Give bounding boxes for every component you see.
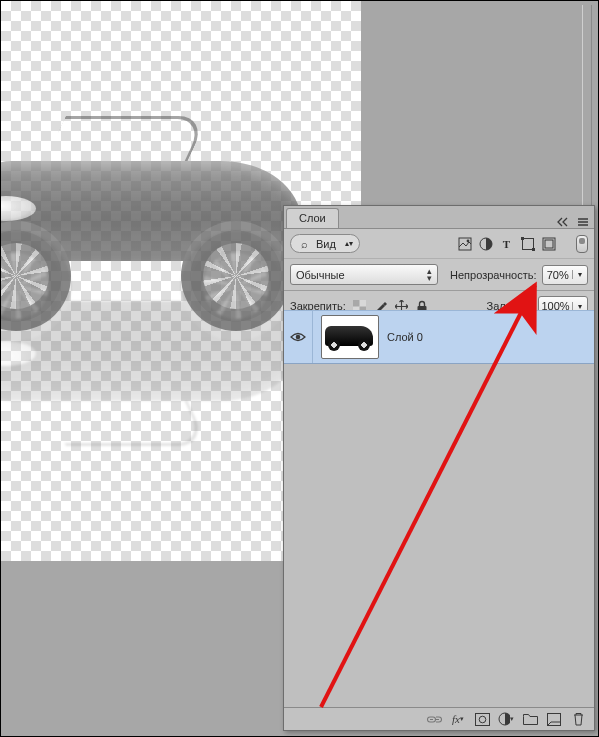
chevron-down-icon[interactable]: ▾: [572, 270, 587, 279]
search-icon: ⌕: [297, 236, 312, 251]
blend-opacity-row: Обычные ▴▾ Непрозрачность: 70% ▾: [284, 259, 594, 291]
svg-rect-13: [475, 713, 489, 725]
filter-kind-dropdown[interactable]: ⌕ Вид ▴▾: [290, 234, 360, 253]
svg-point-1: [466, 239, 469, 242]
layer-filter-row: ⌕ Вид ▴▾ T: [284, 229, 594, 259]
blend-mode-select[interactable]: Обычные ▴▾: [290, 264, 438, 285]
svg-point-14: [479, 716, 486, 723]
tab-label: Слои: [299, 212, 326, 224]
new-group-icon[interactable]: [522, 711, 538, 727]
layer-list: Слой 0: [284, 310, 594, 708]
filter-shape-icon[interactable]: [520, 236, 535, 251]
new-layer-icon[interactable]: [546, 711, 562, 727]
collapse-panel-icon[interactable]: [556, 216, 570, 228]
opacity-value: 70%: [543, 269, 572, 281]
layer-thumbnail[interactable]: [321, 315, 379, 359]
layers-panel: Слои ⌕ Вид ▴▾ T Обычные: [283, 205, 595, 731]
svg-rect-7: [545, 240, 553, 248]
filter-kind-label: Вид: [316, 238, 336, 250]
filter-type-icon[interactable]: T: [499, 236, 514, 251]
canvas-artwork: [0, 61, 331, 321]
opacity-input[interactable]: 70% ▾: [542, 265, 588, 285]
panel-tabbar: Слои: [284, 206, 594, 229]
svg-rect-9: [353, 300, 360, 307]
filter-pixel-icon[interactable]: [457, 236, 472, 251]
app-root: Слои ⌕ Вид ▴▾ T Обычные: [0, 0, 599, 737]
fx-icon[interactable]: fx▾: [450, 711, 466, 727]
svg-rect-0: [459, 238, 471, 250]
filter-toggle-switch[interactable]: [576, 235, 588, 253]
svg-rect-3: [522, 238, 533, 249]
canvas-artwork-reflection: [0, 331, 331, 501]
filter-adjust-icon[interactable]: [478, 236, 493, 251]
visibility-toggle[interactable]: [284, 311, 313, 363]
svg-rect-4: [521, 237, 524, 240]
eye-icon: [290, 331, 306, 343]
layer-row[interactable]: Слой 0: [284, 310, 594, 364]
delete-layer-icon[interactable]: [570, 711, 586, 727]
layer-name[interactable]: Слой 0: [387, 331, 423, 343]
blend-mode-value: Обычные: [296, 269, 345, 281]
tab-layers[interactable]: Слои: [286, 208, 339, 228]
add-mask-icon[interactable]: [474, 711, 490, 727]
chevron-down-icon: ▴▾: [345, 240, 353, 247]
layers-panel-footer: fx▾ ▾: [284, 707, 594, 730]
link-layers-icon[interactable]: [426, 711, 442, 727]
opacity-label: Непрозрачность:: [450, 269, 536, 281]
svg-point-12: [296, 335, 301, 340]
chevron-updown-icon: ▴▾: [427, 268, 432, 282]
svg-rect-5: [532, 248, 535, 251]
panel-menu-icon[interactable]: [576, 216, 590, 228]
filter-smart-icon[interactable]: [541, 236, 556, 251]
new-adjustment-icon[interactable]: ▾: [498, 711, 514, 727]
